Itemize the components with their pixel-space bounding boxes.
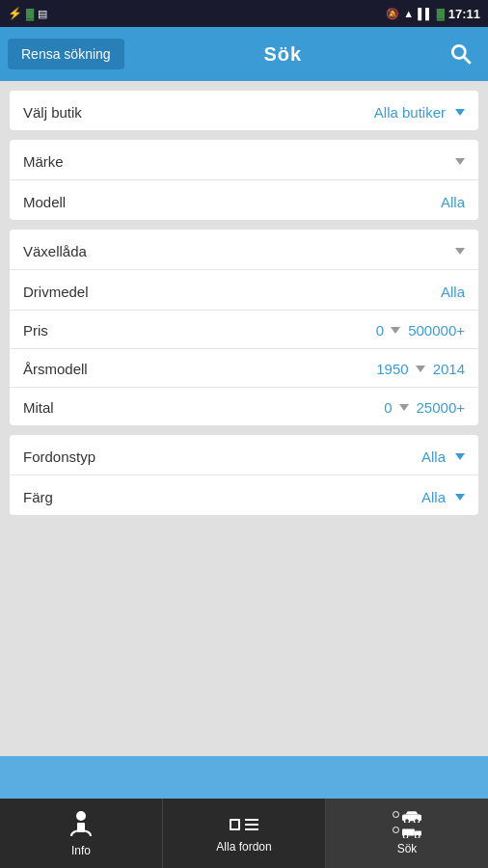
- color-arrow-icon: [455, 494, 465, 501]
- svg-point-6: [405, 819, 410, 823]
- gearbox-arrow-icon: [455, 248, 465, 255]
- wifi-icon: ▲: [403, 8, 414, 19]
- search-button[interactable]: [442, 35, 480, 73]
- mileage-range-values: 0 25000+: [384, 399, 465, 416]
- car-small-icon: [402, 811, 421, 823]
- signal-icon: ▌▌: [418, 8, 433, 19]
- price-label: Pris: [23, 322, 376, 339]
- car-rect-icon: [230, 819, 240, 830]
- model-value: Alla: [441, 194, 465, 210]
- list-line-2: [245, 824, 258, 826]
- car-list-icon: [230, 813, 258, 836]
- status-bar: ⚡ ▓ ▤ 🔕 ▲ ▌▌ ▓ 17:11: [0, 0, 488, 27]
- sim-icon: ▤: [38, 8, 47, 20]
- shop-card: Välj butik Alla butiker: [10, 91, 478, 130]
- price-from-arrow-icon: [391, 327, 400, 334]
- svg-rect-3: [77, 823, 85, 832]
- color-label: Färg: [23, 489, 53, 505]
- page-title: Sök: [263, 43, 302, 66]
- year-row[interactable]: Årsmodell 1950 2014: [10, 349, 478, 388]
- status-left: ⚡ ▓ ▤: [8, 7, 47, 20]
- shop-row[interactable]: Välj butik Alla butiker: [10, 91, 478, 130]
- fuel-label: Drivmedel: [23, 284, 89, 300]
- fuel-value: Alla: [441, 284, 465, 300]
- svg-point-7: [415, 819, 420, 823]
- price-from: 0: [376, 322, 400, 339]
- vehicle-type-value: Alla: [421, 448, 465, 465]
- svg-point-0: [452, 45, 465, 58]
- mute-icon: 🔕: [386, 8, 399, 20]
- nav-alla-label: Alla fordon: [216, 840, 271, 854]
- make-label: Märke: [23, 153, 64, 170]
- blue-divider: [0, 756, 488, 799]
- fuel-row[interactable]: Drivmedel Alla: [10, 270, 478, 311]
- nav-item-info[interactable]: Info: [0, 799, 162, 868]
- list-line-1: [245, 819, 258, 821]
- mileage-from-arrow-icon: [399, 404, 409, 411]
- radio-dot-1: [393, 827, 399, 833]
- svg-point-11: [416, 834, 420, 838]
- vehicle-type-label: Fordonstyp: [23, 448, 95, 465]
- make-row[interactable]: Märke: [10, 140, 478, 180]
- year-to: 2014: [433, 361, 465, 377]
- gearbox-label: Växellåda: [23, 243, 87, 259]
- color-row[interactable]: Färg Alla: [10, 475, 478, 515]
- vehicle-type-row[interactable]: Fordonstyp Alla: [10, 435, 478, 475]
- price-row[interactable]: Pris 0 500000+: [10, 311, 478, 349]
- shop-value: Alla butiker: [374, 104, 465, 121]
- content-area: Välj butik Alla butiker Märke Modell All…: [0, 81, 488, 756]
- mileage-to: 25000+: [417, 399, 465, 416]
- svg-marker-5: [405, 811, 418, 814]
- list-lines-icon: [245, 819, 258, 830]
- vehicle-type-arrow-icon: [455, 453, 465, 460]
- battery-full-icon: ▓: [437, 8, 445, 19]
- status-right: 🔕 ▲ ▌▌ ▓ 17:11: [386, 7, 480, 21]
- time-display: 17:11: [448, 7, 480, 21]
- gearbox-row[interactable]: Växellåda: [10, 230, 478, 270]
- search-group-icon: [393, 811, 421, 838]
- svg-point-10: [403, 834, 407, 838]
- clear-search-button[interactable]: Rensa sökning: [8, 39, 124, 69]
- model-row[interactable]: Modell Alla: [10, 180, 478, 220]
- bottom-nav: Info Alla fordon: [0, 799, 488, 868]
- battery-icon: ▓: [26, 8, 34, 19]
- nav-item-sok[interactable]: Sök: [326, 799, 488, 868]
- year-label: Årsmodell: [23, 361, 376, 377]
- list-line-3: [245, 828, 258, 830]
- search-icon: [448, 41, 474, 67]
- usb-icon: ⚡: [8, 7, 22, 20]
- nav-item-alla-fordon[interactable]: Alla fordon: [163, 799, 325, 868]
- truck-small-icon: [402, 827, 421, 838]
- search-dots-bottom: [393, 827, 421, 838]
- nav-info-label: Info: [71, 844, 91, 857]
- color-value: Alla: [421, 489, 465, 505]
- svg-line-1: [464, 57, 471, 64]
- filters-card: Växellåda Drivmedel Alla Pris 0 500000+: [10, 230, 478, 425]
- dot-car-icon: [393, 811, 399, 818]
- gearbox-value: [446, 248, 465, 255]
- make-arrow-icon: [455, 158, 465, 165]
- price-range-values: 0 500000+: [376, 322, 465, 339]
- mileage-row[interactable]: Mital 0 25000+: [10, 388, 478, 425]
- nav-sok-label: Sök: [397, 842, 418, 855]
- search-dots-top: [393, 811, 421, 823]
- type-color-card: Fordonstyp Alla Färg Alla: [10, 435, 478, 515]
- year-from: 1950: [376, 361, 424, 377]
- year-range-values: 1950 2014: [376, 361, 465, 377]
- top-bar: Rensa sökning Sök: [0, 27, 488, 81]
- make-value: [446, 158, 465, 165]
- svg-point-2: [76, 811, 86, 821]
- make-model-card: Märke Modell Alla: [10, 140, 478, 220]
- person-icon: [68, 809, 95, 840]
- shop-label: Välj butik: [23, 104, 82, 121]
- mileage-label: Mital: [23, 399, 384, 416]
- year-from-arrow-icon: [416, 366, 425, 372]
- mileage-from: 0: [384, 399, 408, 416]
- shop-arrow-icon: [455, 109, 465, 116]
- model-label: Modell: [23, 194, 66, 210]
- price-to: 500000+: [408, 322, 465, 339]
